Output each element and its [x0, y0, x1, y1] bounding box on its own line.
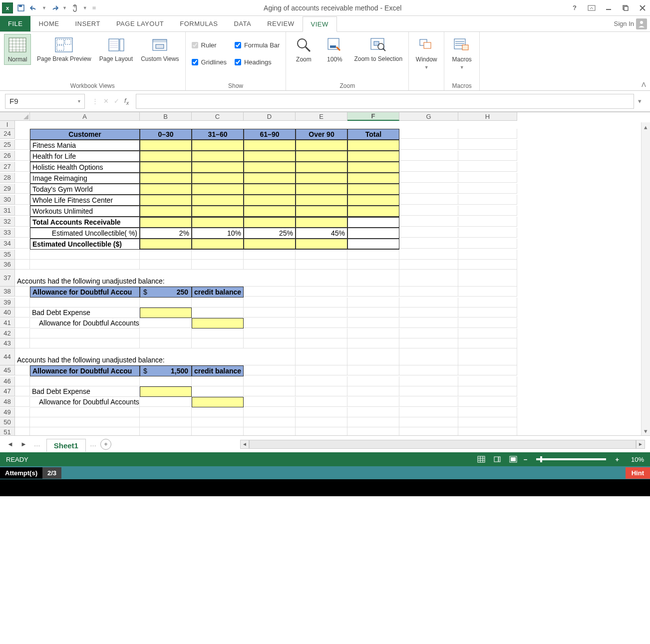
cell-A27[interactable] — [15, 162, 30, 172]
cell-H33[interactable] — [399, 228, 458, 238]
cell-E36[interactable] — [244, 260, 296, 270]
cell-B43[interactable] — [30, 338, 140, 348]
cell-F46[interactable] — [296, 376, 347, 386]
aging-cell[interactable] — [140, 206, 192, 217]
col-header-I[interactable]: I — [0, 121, 15, 129]
row-header-46[interactable]: 46 — [0, 376, 15, 386]
formula-input[interactable] — [136, 94, 634, 109]
cell-D36[interactable] — [192, 260, 244, 270]
name-box[interactable]: F9 ▾ — [5, 94, 85, 109]
cell-H30[interactable] — [399, 195, 458, 205]
cell-I31[interactable] — [458, 206, 517, 216]
allowance-label[interactable]: Allowance for Doubtful Accou — [30, 287, 140, 298]
cell-G47[interactable] — [347, 386, 399, 396]
row-header-42[interactable]: 42 — [0, 328, 15, 338]
cell-H49[interactable] — [399, 407, 458, 417]
cell-I24[interactable] — [458, 129, 517, 139]
cell-G40[interactable] — [347, 308, 399, 318]
aging-cell[interactable] — [140, 162, 192, 173]
cell-F42[interactable] — [296, 328, 347, 338]
cell-F48[interactable] — [296, 397, 347, 407]
collapse-ribbon-icon[interactable]: ᐱ — [642, 32, 650, 90]
aging-cell[interactable] — [192, 184, 244, 195]
est-pct-label[interactable]: Estimated Uncollectible( %) — [30, 228, 140, 239]
cell-E46[interactable] — [244, 376, 296, 386]
row37-text[interactable]: Accounts had the following unadjusted ba… — [15, 270, 296, 287]
expand-formula-bar-icon[interactable]: ▾ — [634, 97, 645, 105]
allowance-amount[interactable]: $250 — [140, 287, 192, 298]
cell-F50[interactable] — [296, 417, 347, 427]
cell-H26[interactable] — [399, 151, 458, 161]
cell-I29[interactable] — [458, 184, 517, 194]
allowance-credit-amount[interactable] — [192, 318, 244, 328]
cell-H25[interactable] — [399, 140, 458, 150]
cell-C35[interactable] — [140, 250, 192, 260]
window-button[interactable]: Window ▼ — [413, 34, 440, 72]
cell-I38[interactable] — [458, 287, 517, 297]
tab-scroll-right-icon[interactable]: ► — [18, 440, 29, 448]
cell-G50[interactable] — [347, 417, 399, 427]
cell-E40[interactable] — [244, 308, 296, 318]
row-header-50[interactable]: 50 — [0, 417, 15, 427]
help-icon[interactable]: ? — [569, 2, 580, 13]
row-header-43[interactable]: 43 — [0, 338, 15, 348]
row-header-26[interactable]: 26 — [0, 151, 15, 161]
cell-G39[interactable] — [347, 298, 399, 308]
cell-F47[interactable] — [296, 386, 347, 396]
cell-H28[interactable] — [399, 173, 458, 183]
zoom-selection-button[interactable]: Zoom to Selection — [352, 34, 404, 64]
close-icon[interactable] — [637, 2, 648, 13]
cell-H37[interactable] — [399, 270, 458, 287]
header-total[interactable]: Total — [347, 129, 399, 140]
cell-I41[interactable] — [458, 318, 517, 328]
cell-I26[interactable] — [458, 151, 517, 161]
total-ar-cell[interactable] — [244, 217, 296, 228]
cell-E48[interactable] — [244, 397, 296, 407]
sign-in-button[interactable]: Sign In — [611, 18, 650, 29]
page-layout-button[interactable]: Page Layout — [97, 34, 135, 64]
aging-cell[interactable] — [192, 140, 244, 151]
cell-H48[interactable] — [399, 397, 458, 407]
cell-C36[interactable] — [140, 260, 192, 270]
page-break-button[interactable]: Page Break Preview — [35, 34, 93, 64]
col-header-C[interactable]: C — [192, 112, 244, 121]
cell-I36[interactable] — [458, 260, 517, 270]
cell-H35[interactable] — [399, 250, 458, 260]
cell-I50[interactable] — [458, 417, 517, 427]
row-header-27[interactable]: 27 — [0, 162, 15, 172]
cell-I47[interactable] — [458, 386, 517, 396]
select-all-corner[interactable] — [0, 112, 30, 121]
ruler-checkbox[interactable]: Ruler — [190, 38, 229, 52]
cell-A46[interactable] — [15, 376, 30, 386]
cell-D40[interactable] — [192, 308, 244, 318]
cell-D39[interactable] — [192, 298, 244, 308]
zoom-100-button[interactable]: 100% — [321, 34, 348, 65]
row-header-34[interactable]: 34 — [0, 239, 15, 249]
aging-cell[interactable] — [244, 173, 296, 184]
cell-I44[interactable] — [458, 348, 517, 365]
cell-A28[interactable] — [15, 173, 30, 183]
cell-A26[interactable] — [15, 151, 30, 161]
cell-A34[interactable] — [15, 239, 30, 249]
minimize-icon[interactable] — [603, 2, 614, 13]
cell-H43[interactable] — [399, 338, 458, 348]
cell-G41[interactable] — [347, 318, 399, 328]
cell-I34[interactable] — [458, 239, 517, 249]
cell-C50[interactable] — [140, 417, 192, 427]
cell-B51[interactable] — [30, 427, 140, 435]
customer-name[interactable]: Workouts Unlimited — [30, 206, 140, 217]
tab-home[interactable]: HOME — [30, 16, 67, 31]
zoom-slider[interactable] — [536, 458, 606, 460]
cell-I42[interactable] — [458, 328, 517, 338]
col-header-A[interactable]: A — [30, 112, 140, 121]
aging-cell[interactable] — [140, 173, 192, 184]
cell-A35[interactable] — [15, 250, 30, 260]
tab-more-icon-2[interactable]: … — [90, 440, 96, 448]
aging-cell[interactable] — [244, 206, 296, 217]
tab-page-layout[interactable]: PAGE LAYOUT — [108, 16, 172, 31]
cell-H46[interactable] — [399, 376, 458, 386]
cell-C39[interactable] — [140, 298, 192, 308]
cell-A29[interactable] — [15, 184, 30, 194]
est-dollar-total[interactable] — [347, 239, 399, 250]
cell-E35[interactable] — [244, 250, 296, 260]
